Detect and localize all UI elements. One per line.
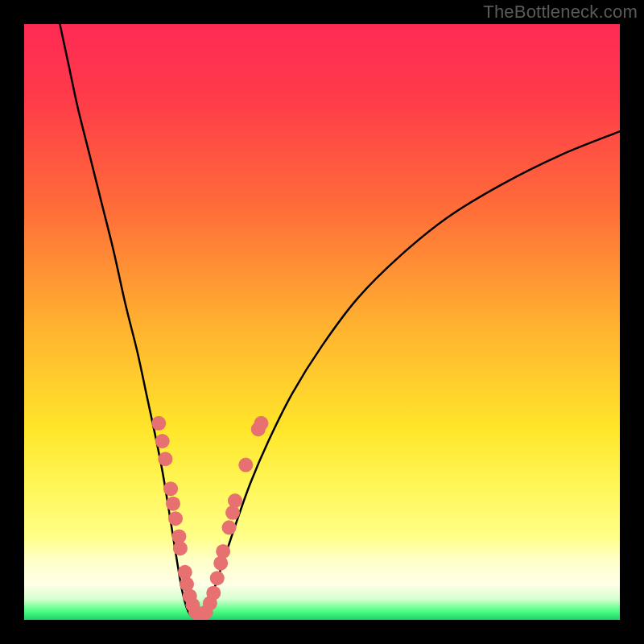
sample-marker: [173, 541, 188, 555]
sample-marker: [158, 452, 172, 466]
sample-marker: [210, 571, 225, 585]
sample-marker: [166, 497, 180, 511]
sample-marker: [168, 511, 183, 526]
sample-marker: [238, 458, 253, 473]
sample-marker: [163, 481, 178, 496]
sample-marker: [228, 493, 242, 508]
chart-frame: TheBottleneck.com: [0, 0, 644, 644]
sample-marker: [213, 556, 228, 571]
sample-marker: [206, 586, 221, 601]
sample-marker: [155, 434, 170, 448]
sample-marker: [216, 544, 230, 559]
gradient-background: [24, 24, 620, 620]
sample-marker: [222, 520, 237, 535]
sample-marker: [254, 416, 269, 431]
bottleneck-chart: [0, 0, 644, 644]
sample-marker: [151, 416, 166, 431]
sample-marker: [225, 506, 240, 520]
